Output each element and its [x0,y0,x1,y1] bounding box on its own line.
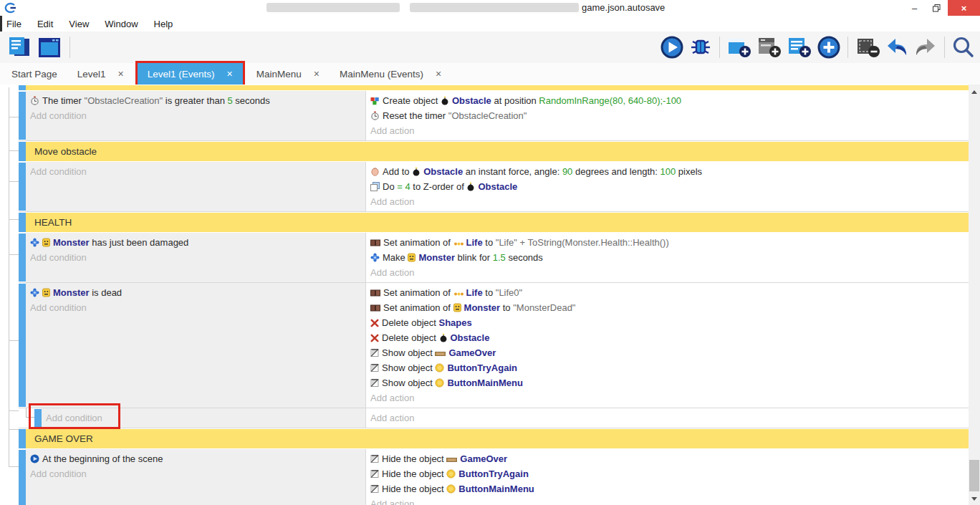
event-select-bar[interactable] [19,450,26,505]
condition-line[interactable]: Monster has just been damaged [30,235,365,250]
add-other-event-button[interactable] [815,34,842,61]
condition-line[interactable]: Monster is dead [30,285,365,300]
tab-start-page[interactable]: Start Page [1,63,67,85]
conditions-cell[interactable]: Monster is deadAdd condition [26,283,366,408]
actions-cell[interactable]: Set animation of Life to "Life" + ToStri… [366,233,969,282]
action-line[interactable]: Add to Obstacle an instant force, angle:… [370,164,969,179]
add-action-placeholder[interactable]: Add action [370,194,969,209]
condition-line[interactable]: The timer "ObstacleCreation" is greater … [30,93,365,108]
window-title: game.json.autosave [582,2,665,13]
close-tab-icon[interactable]: × [227,69,233,79]
event-select-bar[interactable] [19,429,26,448]
add-action-placeholder[interactable]: Add action [370,265,969,280]
monster-icon [42,238,50,247]
actions-cell[interactable]: Hide the object GameOverHide the object … [366,449,969,505]
menu-view[interactable]: View [61,19,97,29]
action-line[interactable]: Make Monster blink for 1.5 seconds [370,250,969,265]
event-select-bar[interactable] [19,234,26,282]
action-line[interactable]: Delete object Obstacle [370,330,969,345]
add-condition-placeholder[interactable]: Add condition [30,300,365,315]
scroll-down-arrow-icon[interactable] [971,497,977,501]
add-action-placeholder[interactable]: Add action [370,123,969,138]
action-line[interactable]: Show object ButtonMainMenu [370,375,969,390]
debug-button[interactable] [687,34,714,61]
action-line[interactable]: Hide the object ButtonMainMenu [370,481,969,496]
add-action-placeholder[interactable]: Add action [370,496,969,505]
tab-level1-events[interactable]: Level1 (Events)× [138,63,243,85]
add-sub-event-button[interactable] [755,34,784,61]
add-condition-placeholder[interactable]: Add condition [30,466,365,481]
close-tab-icon[interactable]: × [314,69,320,79]
menu-window[interactable]: Window [97,19,145,29]
actions-cell[interactable]: Set animation of Life to "Life0"Set anim… [366,283,969,408]
conditions-cell[interactable]: Monster has just been damagedAdd conditi… [26,233,366,282]
action-line[interactable]: Hide the object GameOver [370,451,969,466]
action-line[interactable]: Delete object Shapes [370,315,969,330]
add-condition-placeholder[interactable]: Add condition [30,250,365,265]
event-select-bar[interactable] [19,92,26,140]
event-select-bar[interactable] [19,284,26,407]
minimize-button[interactable]: – [903,0,926,16]
action-line[interactable]: Create object Obstacle at position Rando… [370,93,969,108]
tab-level1[interactable]: Level1× [67,63,134,85]
add-event-button[interactable] [725,34,754,61]
event-select-bar[interactable] [19,163,26,211]
undo-button[interactable] [883,35,911,59]
actions-cell[interactable]: Add action [366,408,969,428]
close-tab-icon[interactable]: × [118,69,124,79]
close-tab-icon[interactable]: × [436,69,441,79]
add-condition-placeholder[interactable]: Add condition [30,108,365,123]
group-header[interactable]: HEALTH [26,213,969,232]
add-action-placeholder[interactable]: Add action [370,390,969,405]
visibility-icon [370,378,379,388]
action-line[interactable]: Set animation of Life to "Life0" [370,285,969,300]
animation-icon [370,239,380,247]
action-line[interactable]: Do = 4 to Z-order of Obstacle [370,179,969,194]
search-button[interactable] [950,34,977,61]
scroll-up-arrow-icon[interactable] [971,90,977,94]
redacted-text [410,3,579,12]
group-header[interactable]: GAME OVER [26,429,969,448]
project-manager-button[interactable] [36,34,63,61]
add-comment-button[interactable] [785,34,814,61]
conditions-cell[interactable]: Add condition [42,408,366,428]
action-line[interactable]: Reset the timer "ObstacleCreation" [370,108,969,123]
add-condition-placeholder[interactable]: Add condition [46,410,365,425]
annotation-box-active-tab: Level1 (Events)× [135,61,245,87]
scene-start-icon [30,454,39,463]
actions-cell[interactable]: Create object Obstacle at position Rando… [366,91,969,140]
conditions-cell[interactable]: The timer "ObstacleCreation" is greater … [26,91,366,140]
add-action-placeholder[interactable]: Add action [370,410,969,425]
actions-cell[interactable]: Add to Obstacle an instant force, angle:… [366,162,969,211]
group-header[interactable]: Move obstacle [26,142,969,161]
restore-button[interactable] [926,0,948,16]
preview-button[interactable] [658,34,686,61]
redo-button[interactable] [912,35,939,59]
open-project-button[interactable] [6,34,33,61]
action-line[interactable]: Show object GameOver [370,345,969,360]
event-select-bar[interactable] [19,142,26,161]
menu-file[interactable]: File [0,19,29,29]
action-line[interactable]: Show object ButtonTryAgain [370,360,969,375]
event-select-bar[interactable] [34,409,42,427]
scene-begin-event: At the beginning of the sceneAdd conditi… [19,449,969,505]
delete-event-button[interactable] [853,34,882,61]
event-select-bar[interactable] [19,213,26,232]
event-select-bar[interactable] [19,85,26,90]
action-line[interactable]: Set animation of Monster to "MonsterDead… [370,300,969,315]
scrollbar-thumb[interactable] [969,460,979,491]
tab-mainmenu[interactable]: MainMenu× [246,63,330,85]
close-button[interactable]: × [948,0,980,16]
conditions-cell[interactable]: At the beginning of the sceneAdd conditi… [26,449,366,505]
vertical-scrollbar[interactable] [969,85,980,505]
group-header[interactable] [26,85,969,90]
action-line[interactable]: Set animation of Life to "Life" + ToStri… [370,235,969,250]
add-condition-placeholder[interactable]: Add condition [30,164,365,179]
condition-line[interactable]: At the beginning of the scene [30,451,365,466]
menu-help[interactable]: Help [146,19,181,29]
tree-guide-tick [9,429,19,430]
menu-edit[interactable]: Edit [29,19,61,29]
action-line[interactable]: Hide the object ButtonTryAgain [370,466,969,481]
tab-mainmenu-events[interactable]: MainMenu (Events)× [330,63,451,85]
conditions-cell[interactable]: Add condition [26,162,366,211]
